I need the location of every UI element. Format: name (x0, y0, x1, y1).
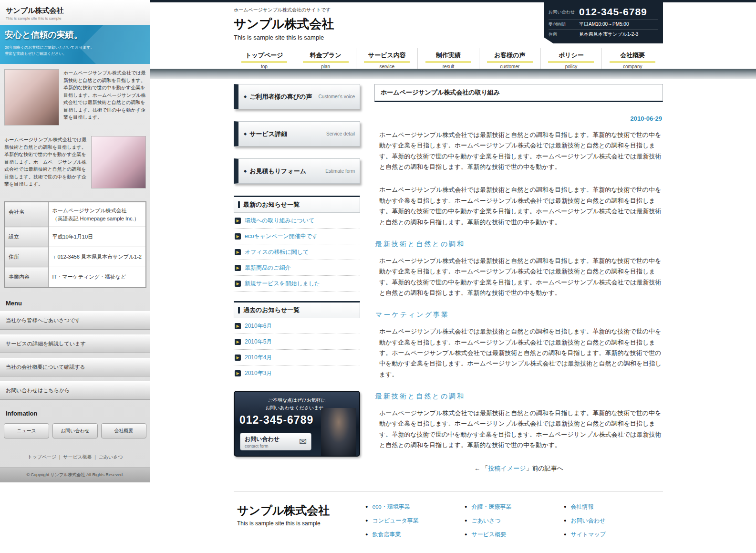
bullet-icon: ● (365, 504, 368, 509)
address-label: 住所 (549, 31, 579, 38)
nav-label: 会社概要 (610, 51, 655, 63)
menu-heading: Menu (0, 294, 150, 311)
sidebar-logo[interactable]: サンプル株式会社 This is sample site this is sam… (0, 0, 150, 25)
footer-link-contact[interactable]: ● お問い合わせ (564, 517, 663, 525)
sidebar-footer-link-greeting[interactable]: ごあいさつ (99, 454, 123, 459)
footer-link-service[interactable]: ● サービス概要 (465, 531, 564, 539)
info-button-row: ニュース お問い合わせ 会社概要 (0, 421, 150, 446)
sidebar-menu-item-greeting[interactable]: 当社から皆様へごあいさつです (0, 311, 150, 330)
latest-news-list: ▶ 環境への取り組みについて ▶ ecoキャンペーン開催中です ▶ オフィスの移… (234, 213, 360, 292)
nav-item-service[interactable]: サービス内容 service (356, 48, 417, 69)
woman-portrait-photo (4, 69, 59, 125)
banner-sublabel: Customer's voice (319, 94, 355, 99)
bullet-icon: ● (564, 504, 566, 509)
hours-value: 平日AM10:00～PM5:00 (579, 21, 629, 28)
company-info-table: 会社名 ホームページサンプル株式会社 （英語表記 Homepage sample… (4, 201, 146, 288)
separator: ｜ (93, 454, 98, 459)
archive-link-item[interactable]: ▶ 2010年6月 (234, 318, 360, 334)
nav-sublabel: company (602, 64, 663, 69)
archive-news-box: 過去のお知らせ一覧 ▶ 2010年6月 ▶ 2010年5月 ▶ (234, 301, 360, 381)
company-button[interactable]: 会社概要 (101, 423, 146, 438)
bullet-icon: ● (365, 532, 368, 537)
arrow-icon: ▶ (235, 265, 241, 271)
latest-news-heading: 最新のお知らせ一覧 (243, 200, 300, 209)
side-banner-estimate-form[interactable]: ◆ お見積もりフォーム Estimate form (234, 158, 360, 184)
nav-sublabel: customer (479, 64, 540, 69)
latest-news-box: 最新のお知らせ一覧 ▶ 環境への取り組みについて ▶ ecoキャンペーン開催中で… (234, 196, 360, 292)
sidebar-menu-item-contact[interactable]: お問い合わせはこちらから (0, 381, 150, 400)
heading-accent-bar (238, 307, 240, 313)
address-value: 見本県見本市サンプル1-2-3 (579, 31, 638, 38)
footer-link-restaurant[interactable]: ● 飲食店事業 (365, 531, 465, 539)
sidebar: サンプル株式会社 This is sample site this is sam… (0, 0, 150, 482)
news-link-item[interactable]: ▶ 新規サービスを開始しました (234, 276, 360, 292)
table-row: 住所 〒012-3456 見本県見本市サンプル1-2 (4, 247, 146, 267)
nav-item-plan[interactable]: 料金プラン plan (295, 48, 356, 69)
contact-button[interactable]: お問い合わせ (52, 423, 98, 438)
diamond-icon: ◆ (244, 132, 247, 136)
article-date: 2010-06-29 (375, 115, 662, 122)
sidebar-menu-item-service[interactable]: サービスの詳細を解説しています (0, 334, 150, 353)
footer-link-label: コンピュータ事業 (372, 517, 418, 525)
information-heading: Infomation (0, 405, 150, 421)
page-footer: サンプル株式会社 This is sample site this is sam… (234, 491, 663, 544)
news-link-item[interactable]: ▶ 最新商品のご紹介 (234, 260, 360, 276)
news-link-item[interactable]: ▶ オフィスの移転に関して (234, 244, 360, 260)
archive-link-item[interactable]: ▶ 2010年3月 (234, 365, 360, 381)
footer-link-sitemap[interactable]: ● サイトマップ (564, 531, 663, 539)
archive-news-heading: 過去のお知らせ一覧 (243, 306, 300, 314)
sidebar-logo-tagline: This is sample site this is sample (6, 16, 145, 21)
footer-link-care[interactable]: ● 介護・医療事業 (465, 503, 564, 511)
banner-sublabel: Service detail (326, 131, 355, 136)
footer-tagline: This is sample site this is sample (237, 520, 365, 527)
bullet-icon: ● (465, 504, 467, 509)
contact-phone-number: 012-345-6789 (579, 6, 647, 18)
nav-item-policy[interactable]: ポリシー policy (540, 48, 602, 69)
archive-link-item[interactable]: ▶ 2010年4月 (234, 350, 360, 365)
nav-item-top[interactable]: トップページ top (234, 48, 295, 69)
sidebar-intro-text-2: ホームページサンプル株式会社では最新技術と自然との調和を目指します。革新的な技術… (4, 136, 87, 188)
news-button[interactable]: ニュース (4, 423, 49, 438)
article-title-box: ホームページサンプル株式会社の取り組み (374, 84, 663, 102)
arrow-icon: ▶ (235, 249, 241, 255)
footer-link-label: 飲食店事業 (372, 531, 401, 539)
side-banner-service-detail[interactable]: ◆ サービス詳細 Service detail (234, 121, 360, 146)
nav-item-result[interactable]: 制作実績 result (417, 48, 479, 69)
arrow-icon: ▶ (235, 339, 241, 345)
nav-item-customer[interactable]: お客様の声 customer (479, 48, 540, 69)
business-label: 事業内容 (4, 267, 48, 288)
footer-link-greeting[interactable]: ● ごあいさつ (465, 517, 564, 525)
banner-label: サービス詳細 (249, 130, 287, 138)
side-banner-customer-voice[interactable]: ◆ ご利用者様の喜びの声 Customer's voice (234, 84, 360, 109)
news-link-item[interactable]: ▶ 環境への取り組みについて (234, 213, 360, 229)
sidebar-footer-link-top[interactable]: トップページ (27, 454, 56, 459)
arrow-icon: ▶ (235, 355, 241, 361)
sidebar-menu-item-company[interactable]: 当社の会社概要について確認する (0, 358, 150, 376)
prev-article-suffix: 」前の記事へ (526, 465, 563, 472)
footer-link-eco[interactable]: ● eco・環境事業 (365, 503, 465, 511)
prev-article-link[interactable]: 投稿イメージ (488, 465, 526, 472)
nav-label: サービス内容 (364, 51, 410, 63)
contact-form-button[interactable]: お問い合わせ contact form ✉ (240, 433, 311, 450)
prev-article-nav: ← 「投稿イメージ」前の記事へ (374, 464, 663, 473)
nav-label: 料金プラン (303, 51, 349, 63)
footer-link-company-info[interactable]: ● 会社情報 (564, 503, 663, 511)
sidebar-logo-title: サンプル株式会社 (6, 6, 145, 15)
nav-sublabel: top (234, 64, 295, 69)
footer-link-label: お問い合わせ (570, 517, 605, 525)
footer-brand: サンプル株式会社 This is sample site this is sam… (234, 503, 365, 544)
sidebar-footer-link-service[interactable]: サービス概要 (63, 454, 92, 459)
diamond-icon: ◆ (244, 169, 247, 173)
sidebar-hero-title: 安心と信頼の実績。 (5, 29, 145, 41)
footer-link-computer[interactable]: ● コンピュータ事業 (365, 517, 465, 525)
archive-link-item[interactable]: ▶ 2010年5月 (234, 334, 360, 350)
business-value: IT・マーケティング・福祉など (48, 267, 146, 288)
company-name-value: ホームページサンプル株式会社 （英語表記 Homepage sample Inc… (48, 202, 146, 227)
sidebar-hero-banner: 安心と信頼の実績。 20年間多くのお客様にご愛顧いただいております。 豊富な実績… (0, 25, 150, 64)
nav-label: 制作実績 (425, 51, 471, 63)
envelope-icon: ✉ (299, 436, 307, 447)
bullet-icon: ● (564, 532, 566, 537)
nav-item-company[interactable]: 会社概要 company (601, 48, 663, 69)
news-link-item[interactable]: ▶ ecoキャンペーン開催中です (234, 229, 360, 244)
site-header: ホームページサンプル株式会社のサイトです サンプル株式会社 This is sa… (234, 2, 663, 48)
